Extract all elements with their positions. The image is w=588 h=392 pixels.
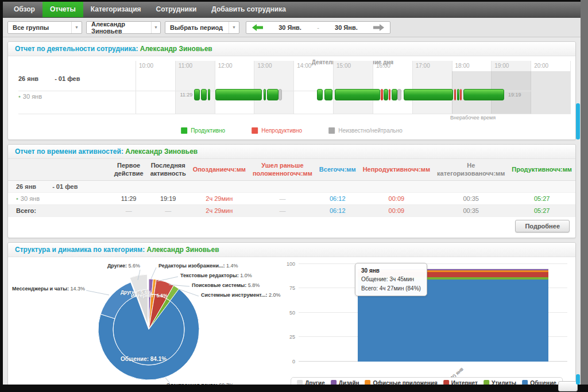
activity-segment-g[interactable] xyxy=(317,89,323,100)
activity-segment-r[interactable] xyxy=(454,89,456,100)
table-row-total: Всего:——2ч 29мин—06:1200:0900:3505:27 xyxy=(8,204,575,216)
details-button[interactable]: Подробнее xyxy=(515,220,570,232)
activity-segment-g[interactable] xyxy=(267,89,278,100)
row-name[interactable]: •30 янв xyxy=(8,192,111,204)
day-bullet: • xyxy=(18,93,21,100)
y-axis-tick: 0 xyxy=(281,359,295,364)
window-frame-right xyxy=(581,0,588,385)
table-row-data: •30 янв11:2919:192ч 29мин—06:1200:0900:3… xyxy=(8,192,575,204)
timeline-hour-column: 17:00 xyxy=(412,61,452,114)
bar-legend-item[interactable]: Офисные приложения xyxy=(365,380,438,385)
corner-button[interactable] xyxy=(558,381,578,391)
timeline-week-label: 26 янв- 01 фев xyxy=(18,75,80,82)
activity-segment-g[interactable] xyxy=(324,89,332,100)
chevron-down-icon: ▼ xyxy=(71,22,82,33)
employee-select[interactable]: Александр Зиновьев ▼ xyxy=(86,21,161,34)
group-select[interactable]: Все группы ▼ xyxy=(7,21,82,34)
table-cell: 06:12 xyxy=(316,192,359,204)
timeline-hour-column: 15:00 xyxy=(333,61,373,114)
col-header: Не категоризованочч:мм xyxy=(434,159,508,180)
hour-label: 18:00 xyxy=(452,61,492,69)
activity-segment-n[interactable] xyxy=(397,89,401,100)
timeline-day-label[interactable]: •30 янв xyxy=(18,93,42,100)
timeline-bottom-divider xyxy=(18,114,571,114)
table-cell: — xyxy=(249,204,316,216)
activity-segment-g[interactable] xyxy=(201,89,207,100)
bar-legend-item[interactable]: Интернет xyxy=(443,380,478,385)
nav-tab-4[interactable]: Добавить сотрудника xyxy=(204,2,293,17)
activity-segment-g[interactable] xyxy=(404,89,452,100)
pie-inner-label: Общение: 84.1% xyxy=(121,356,167,362)
timeline-grid: 10:0011:0012:0013:0014:0015:0016:0017:00… xyxy=(136,61,571,114)
hour-label: 20:00 xyxy=(531,61,570,69)
next-day-arrow-icon[interactable] xyxy=(373,24,384,31)
table-cell xyxy=(508,180,575,192)
nav-tab-1[interactable]: Отчеты xyxy=(42,2,83,17)
legend-label: Общение xyxy=(530,380,556,385)
activity-segment-g[interactable] xyxy=(457,89,459,100)
y-axis-tick: 50 xyxy=(281,310,295,316)
bar-legend-item[interactable]: Дизайн xyxy=(331,380,359,385)
activity-segment-g[interactable] xyxy=(208,89,210,100)
prev-day-arrow-icon[interactable] xyxy=(252,24,263,31)
activity-segment-g[interactable] xyxy=(463,89,505,100)
legend-label: Другие xyxy=(305,380,325,385)
timeline-legend-item[interactable]: Неизвестно/нейтрально xyxy=(328,127,403,134)
period-select[interactable]: Выбрать период ▼ xyxy=(165,21,239,34)
nav-tab-0[interactable]: Обзор xyxy=(6,2,42,17)
timeline-hour-column: 12:00 xyxy=(215,61,254,114)
timeline-legend-item[interactable]: Непродуктивно xyxy=(252,127,302,134)
legend-swatch xyxy=(328,127,335,134)
row-name: Всего: xyxy=(8,204,111,216)
scrollbar-thumb-bottom[interactable] xyxy=(576,374,580,385)
bar-legend-item[interactable]: Утилиты xyxy=(483,380,516,385)
table-cell xyxy=(316,180,359,192)
table-cell: 05:27 xyxy=(508,204,575,216)
col-header: Опозданиечч:мм xyxy=(189,159,249,180)
activity-report-employee: Александр Зиновьев xyxy=(140,45,212,53)
activity-segment-g[interactable] xyxy=(335,89,380,100)
activity-segment-r[interactable] xyxy=(381,89,382,100)
pie-callout-label: Мессенджеры и чаты: 14.3% xyxy=(12,286,85,292)
timeline-hour-column: 11:00 xyxy=(175,61,215,114)
pie-label-connector xyxy=(86,290,109,295)
table-cell xyxy=(189,180,249,192)
table-cell xyxy=(111,180,147,192)
hour-label: 13:00 xyxy=(254,61,293,69)
tooltip-line: Всего: 4ч 27мин (84%) xyxy=(361,284,421,293)
tooltip-title: 30 янв xyxy=(361,266,421,275)
legend-label: Продуктивно xyxy=(191,127,225,134)
date-separator: - xyxy=(317,24,319,31)
legend-label: Дизайн xyxy=(339,380,359,385)
bar-legend-item[interactable]: Общение xyxy=(522,380,556,385)
date-to[interactable]: 30 Янв. xyxy=(335,24,358,31)
category-pie-chart: Highcharts.com Другие: 5.6%Редакторы изо… xyxy=(8,257,278,385)
activity-segment-g[interactable] xyxy=(194,89,200,100)
timeline-legend-item[interactable]: Продуктивно xyxy=(181,127,225,134)
date-navigator: 30 Янв. - 30 Янв. xyxy=(246,21,390,34)
tooltip-line: Общение: 3ч 45мин xyxy=(361,275,421,284)
bar-legend-item[interactable]: Другие xyxy=(297,380,325,385)
timeline-legend: ПродуктивноНепродуктивноНеизвестно/нейтр… xyxy=(181,127,403,134)
activity-segment-g[interactable] xyxy=(384,89,388,100)
scrollbar-thumb[interactable] xyxy=(576,103,580,139)
activity-segment-r[interactable] xyxy=(460,89,462,100)
table-cell: 00:09 xyxy=(359,204,434,216)
activity-segment-g[interactable] xyxy=(392,89,397,100)
nav-tab-3[interactable]: Сотрудники xyxy=(149,2,204,17)
pie-inner-label: Интернет: 5.6% xyxy=(131,293,168,298)
app-page: ОбзорОтчетыКатегоризацияСотрудникиДобави… xyxy=(3,2,581,385)
date-from[interactable]: 30 Янв. xyxy=(278,24,301,31)
col-header: Первое действие xyxy=(111,159,147,180)
activity-segment-r[interactable] xyxy=(389,89,390,100)
legend-swatch xyxy=(297,380,303,385)
activity-segment-g[interactable] xyxy=(215,89,262,100)
hour-label: 11:00 xyxy=(176,61,215,69)
table-row-group: 26 янв- 01 фев xyxy=(8,180,575,192)
nav-tab-2[interactable]: Категоризация xyxy=(83,2,149,17)
y-axis-tick: 75 xyxy=(281,285,295,291)
pie-label-connector xyxy=(151,267,156,279)
activity-segment-n[interactable] xyxy=(278,89,282,100)
activity-segment-g[interactable] xyxy=(264,89,266,100)
table-cell: 19:19 xyxy=(147,192,189,204)
